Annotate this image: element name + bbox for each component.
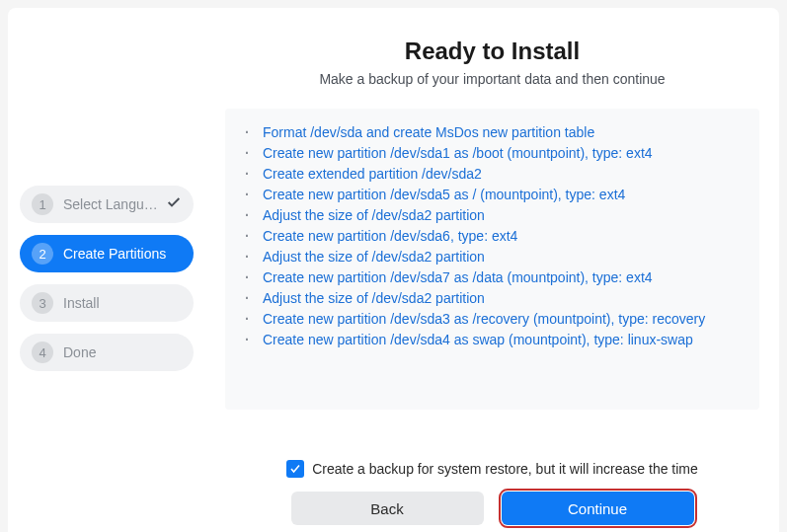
backup-checkbox[interactable] bbox=[286, 460, 304, 478]
list-item: Create new partition /dev/sda6, type: ex… bbox=[245, 226, 740, 247]
installer-window: 1 Select Langu… 2 Create Partitions 3 In… bbox=[8, 8, 779, 532]
step-number: 1 bbox=[32, 193, 53, 215]
partition-actions-panel: Format /dev/sda and create MsDos new par… bbox=[225, 109, 759, 410]
check-icon bbox=[166, 194, 182, 214]
partition-action-list: Format /dev/sda and create MsDos new par… bbox=[245, 122, 740, 350]
list-item: Create new partition /dev/sda7 as /data … bbox=[245, 267, 740, 288]
list-item: Create new partition /dev/sda1 as /boot … bbox=[245, 143, 740, 164]
step-label: Select Langu… bbox=[63, 196, 182, 212]
continue-button[interactable]: Continue bbox=[502, 492, 694, 525]
footer: Create a backup for system restore, but … bbox=[225, 448, 759, 525]
backup-checkbox-row[interactable]: Create a backup for system restore, but … bbox=[286, 460, 698, 478]
main-panel: Ready to Install Make a backup of your i… bbox=[205, 8, 779, 532]
list-item: Create new partition /dev/sda3 as /recov… bbox=[245, 309, 740, 330]
step-number: 4 bbox=[32, 342, 53, 363]
step-label: Install bbox=[63, 295, 182, 311]
list-item: Adjust the size of /dev/sda2 partition bbox=[245, 288, 740, 309]
steps-sidebar: 1 Select Langu… 2 Create Partitions 3 In… bbox=[8, 8, 205, 532]
step-select-language[interactable]: 1 Select Langu… bbox=[20, 186, 194, 223]
step-number: 2 bbox=[32, 243, 53, 265]
button-row: Back Continue bbox=[291, 492, 694, 525]
list-item: Create new partition /dev/sda5 as / (mou… bbox=[245, 185, 740, 205]
step-label: Done bbox=[63, 344, 182, 360]
back-button[interactable]: Back bbox=[291, 492, 484, 525]
step-done[interactable]: 4 Done bbox=[20, 334, 194, 371]
list-item: Adjust the size of /dev/sda2 partition bbox=[245, 205, 740, 226]
step-create-partitions[interactable]: 2 Create Partitions bbox=[20, 235, 194, 272]
check-icon bbox=[289, 463, 301, 475]
list-item: Create extended partition /dev/sda2 bbox=[245, 164, 740, 185]
page-subtitle: Make a backup of your important data and… bbox=[225, 71, 759, 87]
list-item: Adjust the size of /dev/sda2 partition bbox=[245, 247, 740, 267]
page-title: Ready to Install bbox=[225, 38, 759, 65]
step-install[interactable]: 3 Install bbox=[20, 284, 194, 322]
step-number: 3 bbox=[32, 292, 53, 314]
step-label: Create Partitions bbox=[63, 246, 182, 262]
list-item: Format /dev/sda and create MsDos new par… bbox=[245, 122, 740, 143]
spacer bbox=[225, 410, 759, 448]
backup-checkbox-label: Create a backup for system restore, but … bbox=[312, 461, 698, 477]
list-item: Create new partition /dev/sda4 as swap (… bbox=[245, 330, 740, 350]
